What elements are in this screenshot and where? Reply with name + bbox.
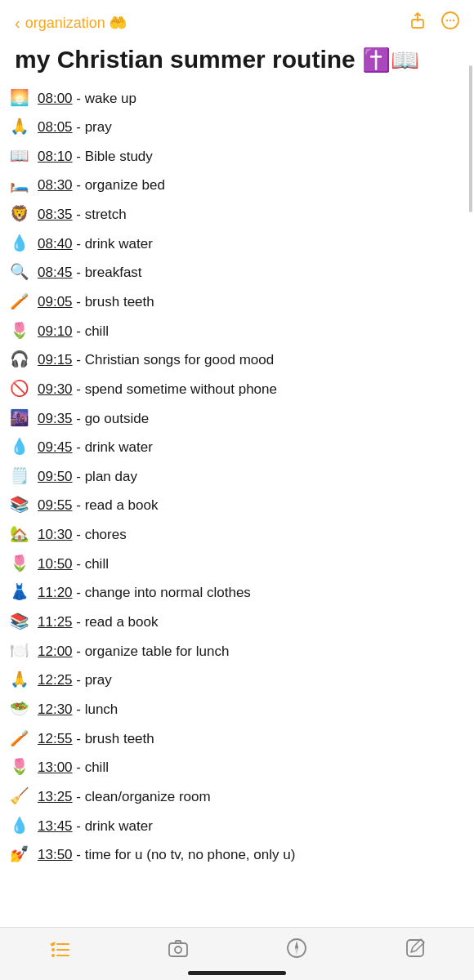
list-item: 🙏12:25 - pray bbox=[10, 665, 464, 694]
back-button[interactable]: ‹ organization 🤲 bbox=[15, 14, 127, 33]
item-time: 08:30 bbox=[38, 177, 73, 193]
list-item: 🪥09:05 - brush teeth bbox=[10, 287, 464, 316]
item-emoji: 🌷 bbox=[10, 552, 38, 575]
item-time: 12:25 bbox=[38, 672, 73, 688]
item-emoji: 🛏️ bbox=[10, 173, 38, 196]
item-emoji: 💧 bbox=[10, 232, 38, 255]
item-emoji: 🌆 bbox=[10, 407, 38, 430]
item-text: 09:05 - brush teeth bbox=[38, 292, 464, 313]
item-time: 09:35 bbox=[38, 411, 73, 426]
list-item: 🥗12:30 - lunch bbox=[10, 694, 464, 724]
item-text: 13:00 - chill bbox=[38, 758, 464, 778]
item-emoji: 🌷 bbox=[10, 319, 38, 342]
item-emoji: 🎧 bbox=[10, 348, 38, 371]
item-time: 11:20 bbox=[38, 585, 73, 600]
nav-back-emoji: 🤲 bbox=[109, 14, 127, 32]
item-time: 08:45 bbox=[38, 265, 73, 280]
home-indicator bbox=[188, 971, 286, 975]
item-emoji: 👗 bbox=[10, 581, 38, 604]
list-item: 🏡10:30 - chores bbox=[10, 519, 464, 549]
item-text: 09:15 - Christian songs for good mood bbox=[38, 350, 464, 371]
item-emoji: 🌷 bbox=[10, 755, 38, 778]
list-item: 📚11:25 - read a book bbox=[10, 607, 464, 636]
item-text: 11:25 - read a book bbox=[38, 612, 464, 633]
item-text: 13:25 - clean/organize room bbox=[38, 787, 464, 808]
item-emoji: 🦁 bbox=[10, 203, 38, 225]
list-item: 🧹13:25 - clean/organize room bbox=[10, 782, 464, 811]
item-time: 08:05 bbox=[38, 119, 73, 135]
item-text: 08:00 - wake up bbox=[38, 89, 464, 109]
routine-list: 🌅08:00 - wake up🙏08:05 - pray📖08:10 - Bi… bbox=[0, 83, 474, 869]
list-item: 🍽️12:00 - organize table for lunch bbox=[10, 636, 464, 666]
item-text: 09:45 - drink water bbox=[38, 438, 464, 458]
item-text: 09:30 - spend sometime without phone bbox=[38, 380, 464, 400]
list-item: 🛏️08:30 - organize bed bbox=[10, 170, 464, 199]
camera-button[interactable] bbox=[168, 938, 189, 964]
svg-marker-16 bbox=[295, 948, 298, 956]
item-text: 08:10 - Bible study bbox=[38, 147, 464, 167]
svg-rect-11 bbox=[169, 943, 187, 956]
scrollbar[interactable] bbox=[469, 65, 472, 212]
item-time: 08:40 bbox=[38, 236, 73, 252]
list-item: 📖08:10 - Bible study bbox=[10, 141, 464, 171]
item-text: 08:35 - stretch bbox=[38, 205, 464, 225]
item-emoji: 🌅 bbox=[10, 87, 38, 109]
item-text: 10:50 - chill bbox=[38, 555, 464, 575]
item-text: 13:45 - drink water bbox=[38, 817, 464, 837]
item-time: 09:10 bbox=[38, 323, 73, 339]
edit-button[interactable] bbox=[405, 938, 426, 964]
list-item: 💅13:50 - time for u (no tv, no phone, on… bbox=[10, 840, 464, 869]
item-emoji: 🥗 bbox=[10, 697, 38, 720]
item-time: 09:50 bbox=[38, 469, 73, 484]
item-time: 08:10 bbox=[38, 149, 73, 164]
list-item: 🗒️09:50 - plan day bbox=[10, 461, 464, 491]
svg-point-6 bbox=[51, 948, 55, 951]
item-emoji: 💧 bbox=[10, 814, 38, 837]
item-time: 09:05 bbox=[38, 294, 73, 310]
compass-button[interactable] bbox=[286, 938, 307, 964]
item-emoji: 🧹 bbox=[10, 785, 38, 808]
item-text: 09:50 - plan day bbox=[38, 467, 464, 488]
item-time: 13:00 bbox=[38, 760, 73, 775]
item-text: 12:25 - pray bbox=[38, 670, 464, 691]
nav-back-label: organization bbox=[25, 15, 105, 32]
svg-point-4 bbox=[453, 20, 454, 21]
list-item: 🎧09:15 - Christian songs for good mood bbox=[10, 345, 464, 374]
share-button[interactable] bbox=[409, 11, 427, 34]
item-text: 08:05 - pray bbox=[38, 118, 464, 138]
item-text: 08:45 - breakfast bbox=[38, 263, 464, 283]
list-item: 🚫09:30 - spend sometime without phone bbox=[10, 374, 464, 403]
list-item: 🌅08:00 - wake up bbox=[10, 83, 464, 113]
page-title: my Christian summer routine ✝️📖 bbox=[0, 41, 474, 83]
item-emoji: 📖 bbox=[10, 145, 38, 167]
item-text: 12:55 - brush teeth bbox=[38, 729, 464, 750]
item-emoji: 🪥 bbox=[10, 290, 38, 313]
item-emoji: 🍽️ bbox=[10, 639, 38, 662]
item-emoji: 🏡 bbox=[10, 523, 38, 546]
svg-point-3 bbox=[449, 20, 451, 21]
list-item: 🔍08:45 - breakfast bbox=[10, 257, 464, 287]
item-emoji: 🙏 bbox=[10, 115, 38, 138]
list-item: 🌷10:50 - chill bbox=[10, 549, 464, 578]
item-text: 13:50 - time for u (no tv, no phone, onl… bbox=[38, 845, 464, 866]
svg-point-12 bbox=[175, 947, 181, 953]
checklist-button[interactable] bbox=[49, 938, 70, 964]
list-item: 🙏08:05 - pray bbox=[10, 112, 464, 141]
list-item: 🌷13:00 - chill bbox=[10, 752, 464, 782]
item-text: 12:30 - lunch bbox=[38, 700, 464, 720]
list-item: 🪥12:55 - brush teeth bbox=[10, 724, 464, 753]
item-emoji: 🚫 bbox=[10, 377, 38, 400]
item-text: 08:30 - organize bed bbox=[38, 176, 464, 196]
item-time: 12:55 bbox=[38, 731, 73, 746]
item-text: 10:30 - chores bbox=[38, 525, 464, 546]
item-text: 09:10 - chill bbox=[38, 322, 464, 342]
item-time: 08:00 bbox=[38, 91, 73, 106]
more-button[interactable] bbox=[441, 11, 459, 34]
list-item: 💧08:40 - drink water bbox=[10, 229, 464, 258]
list-item: 👗11:20 - change into normal clothes bbox=[10, 577, 464, 607]
item-time: 09:30 bbox=[38, 381, 73, 397]
nav-actions bbox=[409, 11, 459, 34]
svg-marker-15 bbox=[295, 941, 298, 948]
item-time: 10:50 bbox=[38, 556, 73, 572]
list-item: 🦁08:35 - stretch bbox=[10, 199, 464, 229]
